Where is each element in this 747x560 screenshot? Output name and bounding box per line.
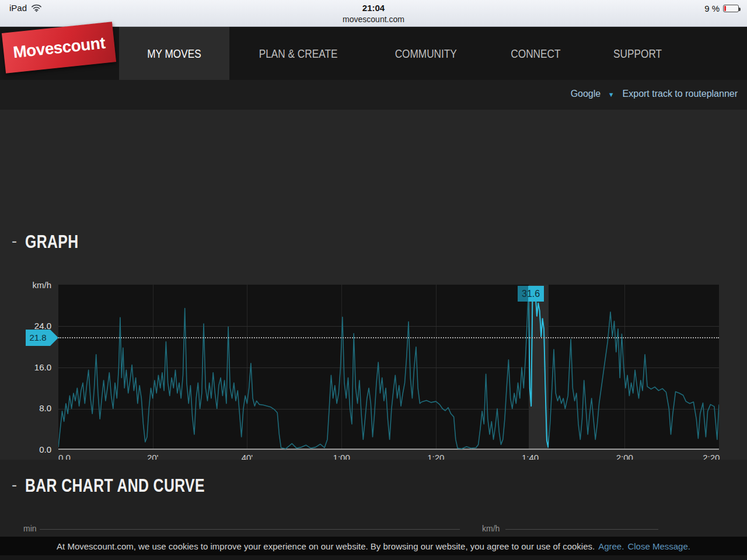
bar-right-axis-unit: km/h <box>482 524 500 533</box>
cookie-notice: At Movescount.com, we use cookies to imp… <box>0 537 747 555</box>
clock: 21:04 <box>0 3 747 13</box>
battery-icon <box>723 5 739 12</box>
collapse-section-icon[interactable]: - <box>12 476 17 494</box>
average-speed-dotted-line <box>58 337 719 338</box>
map-provider-dropdown[interactable]: Google ▼ <box>571 89 615 99</box>
map-provider-label: Google <box>571 89 601 99</box>
bar-left-axis-unit: min <box>23 524 37 533</box>
movescount-page: iPad 21:04 movescount.com 9 % Movescount… <box>0 0 747 560</box>
y-tick-label: 16.0 <box>23 362 51 372</box>
max-speed-tooltip: 31.6 <box>518 286 544 302</box>
axis-baseline <box>40 529 460 530</box>
map-toolbar: Google ▼ Export track to routeplanner <box>0 80 747 110</box>
chevron-down-icon: ▼ <box>608 91 615 98</box>
main-nav: Movescount MY MOVESPLAN & CREATECOMMUNIT… <box>0 27 747 80</box>
logo-text: Movescount <box>12 33 106 61</box>
y-axis-unit: km/h <box>23 280 51 290</box>
nav-tab-support[interactable]: SUPPORT <box>587 27 688 80</box>
nav-tab-connect[interactable]: CONNECT <box>484 27 587 80</box>
graph-section-title: GRAPH <box>25 232 79 252</box>
collapse-section-icon[interactable]: - <box>12 232 17 250</box>
battery-percent: 9 % <box>704 4 720 13</box>
cookie-close-link[interactable]: Close Message. <box>627 541 690 551</box>
export-track-link[interactable]: Export track to routeplanner <box>623 89 738 99</box>
movescount-logo[interactable]: Movescount <box>2 22 116 73</box>
y-tick-label: 8.0 <box>23 403 51 413</box>
cookie-text: At Movescount.com, we use cookies to imp… <box>57 541 595 551</box>
page-background <box>0 555 747 560</box>
cookie-agree-link[interactable]: Agree. <box>598 541 624 551</box>
average-speed-marker: 21.8 <box>26 330 58 346</box>
speed-chart-plot[interactable]: 31.6 <box>58 285 719 450</box>
nav-tabs: MY MOVESPLAN & CREATECOMMUNITYCONNECTSUP… <box>119 27 688 80</box>
nav-tab-plan-create[interactable]: PLAN & CREATE <box>229 27 367 80</box>
bar-chart-section: - BAR CHART AND CURVE min km/h <box>0 460 747 537</box>
graph-section: - GRAPH km/h 31.6 0.08.016.024.0 0.020'4… <box>0 110 747 460</box>
nav-tab-community[interactable]: COMMUNITY <box>367 27 485 80</box>
nav-tab-my-moves[interactable]: MY MOVES <box>119 27 229 80</box>
axis-baseline <box>505 529 658 530</box>
speed-line <box>58 287 719 449</box>
bar-section-title: BAR CHART AND CURVE <box>25 476 205 496</box>
vertical-gridline <box>719 285 720 449</box>
y-tick-label: 0.0 <box>23 444 51 454</box>
